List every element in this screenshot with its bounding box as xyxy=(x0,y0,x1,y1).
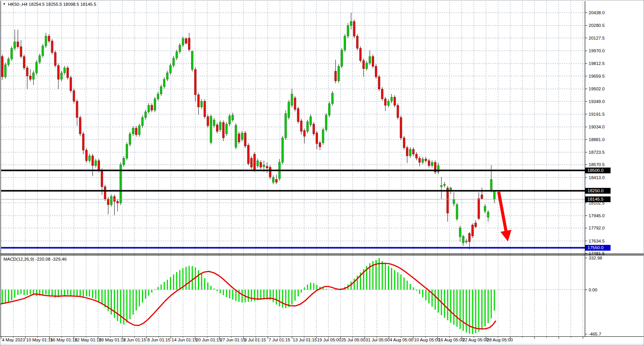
macd-bar xyxy=(27,290,28,295)
symbol-dropdown-icon[interactable]: ▼ xyxy=(3,3,6,6)
macd-bar xyxy=(304,287,305,289)
candle-bullish xyxy=(141,118,143,126)
candle-bearish xyxy=(378,77,380,89)
time-axis-label: 22 Aug 05:00 xyxy=(463,338,489,342)
macd-bar xyxy=(133,290,134,315)
candle-bearish xyxy=(244,133,246,146)
price-axis-label: 17945.0 xyxy=(589,213,605,218)
resistance-line-tag-text: 18250.0 xyxy=(587,188,604,193)
macd-bar xyxy=(48,290,50,295)
macd-bar xyxy=(438,290,439,313)
candle-bullish xyxy=(170,65,171,73)
macd-bar xyxy=(385,263,386,289)
candle-bullish xyxy=(220,122,221,130)
time-axis-label: 22 May 01:15 xyxy=(75,338,102,342)
candle-bearish xyxy=(198,95,200,107)
macd-bar xyxy=(241,290,243,303)
candle-bearish xyxy=(447,188,449,213)
candle-bullish xyxy=(45,36,47,46)
macd-bar xyxy=(279,290,280,306)
candle-bullish xyxy=(453,200,455,204)
price-axis-label: 18881.0 xyxy=(589,137,605,142)
macd-bar xyxy=(213,289,215,290)
candle-bullish xyxy=(484,206,486,211)
candle-bullish xyxy=(60,73,62,79)
macd-bar xyxy=(8,290,9,302)
time-axis-label: 27 Jun 01:15 xyxy=(220,338,246,342)
macd-bar xyxy=(391,268,392,290)
macd-bar xyxy=(117,290,118,321)
candle-bearish xyxy=(238,134,240,142)
candle-bearish xyxy=(73,91,75,101)
chart-background xyxy=(0,0,644,346)
candle-bullish xyxy=(322,130,324,143)
candle-bullish xyxy=(422,159,424,162)
macd-bar xyxy=(434,290,436,310)
candle-bullish xyxy=(462,236,464,243)
time-axis-label: 29 May 01:15 xyxy=(99,338,126,342)
candle-bullish xyxy=(490,180,492,191)
candle-bearish xyxy=(403,138,405,148)
candle-bullish xyxy=(166,73,168,79)
macd-bar xyxy=(481,290,483,329)
candle-bearish xyxy=(17,42,19,47)
price-axis-label: 18570.5 xyxy=(589,162,605,167)
candle-bullish xyxy=(306,121,308,131)
macd-bar xyxy=(167,280,168,290)
candle-bearish xyxy=(48,36,50,41)
candle-bearish xyxy=(204,101,206,116)
candle-bullish xyxy=(229,116,231,124)
price-axis-label: 17481.5 xyxy=(589,251,605,256)
candle-bearish xyxy=(275,180,277,182)
candle-bullish xyxy=(226,124,228,134)
macd-bar xyxy=(86,290,87,296)
candle-bullish xyxy=(350,22,352,26)
candle-bearish xyxy=(266,166,268,168)
macd-bar xyxy=(232,290,233,300)
macd-indicator-label: MACD(12,26,9) -220.08 -329.46 xyxy=(3,257,67,261)
time-axis-label: 31 Jul 05:00 xyxy=(366,338,390,342)
candle-bullish xyxy=(176,52,178,58)
price-axis-label: 20280.5 xyxy=(589,23,605,28)
macd-bar xyxy=(77,290,78,296)
candle-bearish xyxy=(223,122,225,138)
macd-bar xyxy=(5,290,6,304)
macd-bar xyxy=(52,290,53,296)
candle-bullish xyxy=(160,86,162,94)
candle-bearish xyxy=(51,41,53,53)
macd-bar xyxy=(419,290,420,294)
candle-bullish xyxy=(11,48,13,59)
macd-bar xyxy=(185,267,186,289)
candle-bullish xyxy=(110,196,112,205)
candle-bearish xyxy=(195,70,196,95)
candle-bearish xyxy=(475,223,477,227)
time-axis-label: 4 May 2023 xyxy=(2,338,25,342)
candle-bearish xyxy=(23,57,25,68)
macd-bar xyxy=(298,290,299,296)
macd-bar xyxy=(201,274,202,290)
macd-bar xyxy=(235,290,236,301)
candle-bullish xyxy=(123,158,125,165)
candle-bearish xyxy=(294,98,296,110)
candle-bullish xyxy=(366,63,368,69)
macd-bar xyxy=(176,272,177,290)
macd-bar xyxy=(192,266,193,289)
macd-bar xyxy=(36,290,37,296)
chart-canvas[interactable]: 20438.020280.520127.519970.019812.519659… xyxy=(0,0,644,346)
macd-bar xyxy=(126,290,128,323)
candle-bullish xyxy=(145,112,146,118)
candle-bullish xyxy=(263,165,265,167)
macd-axis-label: -465.7 xyxy=(589,332,601,336)
candle-bullish xyxy=(282,138,284,163)
candle-bearish xyxy=(394,97,396,105)
macd-bar xyxy=(158,287,159,290)
candle-bearish xyxy=(316,133,318,144)
macd-bar xyxy=(288,290,290,307)
candle-bearish xyxy=(428,161,430,166)
macd-bar xyxy=(136,290,137,311)
macd-bar xyxy=(83,290,84,297)
macd-bar xyxy=(484,290,486,326)
symbol-ohlc-text: HK50-,H4 18254.5 18255.5 18098.5 18145.5 xyxy=(8,2,97,7)
macd-bar xyxy=(397,272,398,289)
candle-bearish xyxy=(260,162,262,167)
